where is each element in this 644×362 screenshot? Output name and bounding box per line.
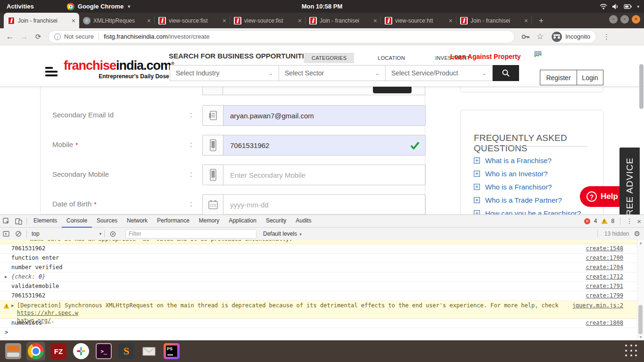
password-key-icon[interactable] — [521, 34, 530, 40]
wifi-icon[interactable] — [600, 3, 607, 10]
system-clock[interactable]: Mon 10:58 PM — [0, 3, 644, 10]
back-button[interactable]: ← — [3, 32, 17, 41]
expand-arrow-icon[interactable]: ▶ — [11, 302, 14, 309]
browser-tab[interactable]: XMLHttpReques× — [79, 13, 155, 28]
console-sidebar-icon[interactable] — [0, 228, 12, 239]
faq-item[interactable]: +Who is a Trade Partner? — [474, 193, 581, 206]
login-button[interactable]: Login — [577, 70, 603, 85]
devtools-tab-performance[interactable]: Performance — [152, 215, 194, 227]
devtools-tab-console[interactable]: Console — [62, 215, 92, 228]
browser-tab[interactable]: Join - franchisei× — [4, 13, 79, 28]
scroll-up-icon[interactable]: ▲ — [637, 241, 644, 245]
free-advice-tab[interactable]: FREE ADVICE — [619, 148, 640, 214]
search-tab-categories[interactable]: CATEGORIES — [304, 53, 354, 63]
source-location-link[interactable]: create:1799 — [586, 291, 623, 300]
dock-item-sublime-text[interactable]: S — [117, 342, 136, 361]
warning-badge-icon[interactable] — [601, 218, 608, 224]
source-location-link[interactable]: jquery.min.js:2 — [572, 302, 623, 309]
error-badge-icon[interactable]: × — [584, 218, 590, 224]
browser-tab[interactable]: view-source:fist× — [230, 13, 305, 28]
sector-dropdown[interactable]: Select Sector⌄ — [279, 65, 386, 81]
source-location-link[interactable]: create:1704 — [586, 263, 623, 272]
dock-item-filezilla[interactable]: FZ — [49, 342, 68, 361]
new-tab-button[interactable]: + — [535, 15, 548, 27]
console-filter-input[interactable] — [125, 230, 256, 239]
browser-tab[interactable]: Join - franchisei× — [305, 13, 381, 28]
browser-tab[interactable]: view-source:fist× — [155, 13, 230, 28]
dock-item-mail[interactable] — [140, 342, 158, 361]
devtools-tab-memory[interactable]: Memory — [194, 215, 224, 227]
faq-item[interactable]: +Who is a Franchisor? — [474, 180, 581, 193]
secondary-email-id-input[interactable]: aryan.pawan7@gmail.com — [223, 106, 425, 125]
device-toolbar-icon[interactable] — [12, 215, 25, 227]
inspect-element-icon[interactable] — [0, 215, 12, 227]
tab-close-icon[interactable]: × — [147, 17, 151, 24]
tab-close-icon[interactable]: × — [449, 17, 453, 24]
console-deprecation-warning[interactable]: !▶[Deprecation] Synchronous XMLHttpReque… — [0, 301, 644, 319]
tab-close-icon[interactable]: × — [298, 17, 302, 24]
minimize-button[interactable]: − — [609, 15, 618, 24]
source-location-link[interactable]: create:1712 — [586, 272, 623, 281]
service-product-dropdown[interactable]: Select Service/Product⌄ — [386, 65, 493, 81]
browser-tab[interactable]: Join - franchisei× — [456, 13, 532, 28]
dock-item-file-manager[interactable] — [4, 342, 23, 361]
faq-link[interactable]: Who is an Investor? — [485, 170, 548, 178]
system-menu-caret-icon[interactable]: ▾ — [637, 4, 639, 9]
log-levels-dropdown[interactable]: Default levels ▼ — [263, 230, 302, 237]
hamburger-menu-icon[interactable] — [45, 67, 58, 78]
industry-dropdown[interactable]: Select Industry⌄ — [170, 65, 279, 81]
dock-item-phpstorm[interactable]: PS — [162, 342, 181, 361]
devtools-menu-icon[interactable]: ⋮ — [626, 217, 633, 225]
devtools-tab-audits[interactable]: Audits — [291, 215, 316, 227]
devtools-tab-network[interactable]: Network — [122, 215, 152, 227]
date-of-birth-input[interactable]: yyyy-mm-dd — [223, 195, 425, 214]
tab-close-icon[interactable]: × — [373, 17, 377, 24]
devtools-tab-security[interactable]: Security — [261, 215, 291, 227]
faq-item[interactable]: +What is a Franchise? — [474, 154, 581, 167]
deprecation-spec-link[interactable]: https://xhr.spec.w — [17, 310, 78, 316]
source-location-link[interactable]: create:1808 — [586, 319, 623, 328]
page-scrollbar[interactable] — [639, 64, 644, 109]
maximize-button[interactable]: ▫ — [620, 15, 629, 24]
secondary-mobile-input[interactable]: Enter Secondary Mobile — [223, 165, 425, 185]
tab-close-icon[interactable]: × — [72, 17, 75, 24]
dock-item-terminal[interactable]: >_ — [94, 342, 113, 361]
console-object-row[interactable]: ▶{check: 0}create:1712 — [0, 272, 644, 282]
console-settings-gear-icon[interactable]: ⚙ — [634, 230, 640, 238]
devtools-tab-elements[interactable]: Elements — [29, 215, 62, 227]
bookmark-star-icon[interactable]: ☆ — [537, 32, 544, 41]
faq-link[interactable]: What is a Franchise? — [485, 156, 552, 165]
scroll-down-icon[interactable]: ▼ — [637, 335, 644, 339]
reload-button[interactable]: ⟳ — [31, 33, 45, 41]
close-window-button[interactable]: × — [632, 15, 640, 24]
clear-console-icon[interactable] — [12, 228, 25, 239]
tab-close-icon[interactable]: × — [223, 17, 226, 24]
mobile-input[interactable]: 7061531962 — [223, 135, 425, 155]
address-bar[interactable]: i Not secure fistg.franchiseindia.com /i… — [48, 30, 515, 43]
devtools-close-icon[interactable]: × — [637, 217, 641, 225]
tab-close-icon[interactable]: × — [524, 17, 528, 24]
dock-item-slack[interactable] — [72, 342, 91, 361]
devtools-tab-sources[interactable]: Sources — [92, 215, 122, 227]
source-location-link[interactable]: create:1548 — [586, 244, 623, 253]
faq-link[interactable]: Who is a Franchisor? — [485, 183, 552, 191]
source-location-link[interactable]: create:1791 — [586, 282, 623, 291]
search-tab-location[interactable]: LOCATION — [371, 53, 412, 63]
context-selector[interactable]: top▼ — [32, 230, 102, 237]
live-expression-eye-icon[interactable] — [107, 228, 119, 239]
battery-icon[interactable] — [624, 4, 632, 9]
faq-link[interactable]: How can you be a Franchisor? — [485, 209, 581, 215]
volume-icon[interactable] — [612, 3, 619, 10]
browser-menu-icon[interactable]: ⋮ — [603, 33, 610, 41]
register-button[interactable]: Register — [540, 70, 577, 85]
console-prompt[interactable]: > — [0, 328, 644, 337]
faq-item[interactable]: +Who is an Investor? — [474, 167, 581, 180]
source-location-link[interactable]: create:1700 — [586, 254, 623, 263]
loan-against-property-link[interactable]: Loan Against Property — [450, 53, 521, 60]
scrollbar-thumb[interactable] — [638, 305, 643, 334]
faq-item[interactable]: +How can you be a Franchisor? — [474, 206, 581, 214]
search-button[interactable] — [493, 65, 519, 81]
browser-tab[interactable]: view-source:htt× — [381, 13, 456, 28]
site-info-icon[interactable]: i — [54, 33, 61, 40]
show-applications-icon[interactable] — [625, 345, 638, 358]
